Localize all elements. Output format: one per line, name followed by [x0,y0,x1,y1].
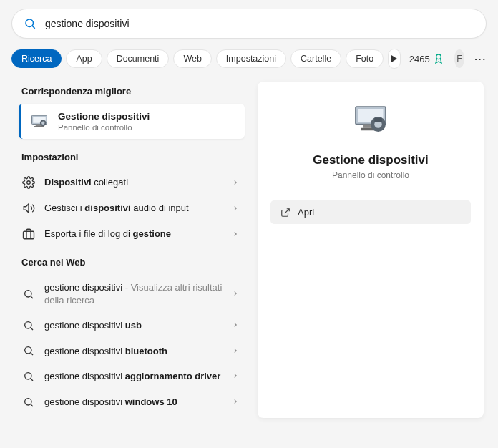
rewards-icon [433,53,444,64]
web-header: Cerca nel Web [21,257,242,268]
filter-chip-ricerca[interactable]: Ricerca [11,49,62,68]
svg-point-3 [436,54,441,59]
svg-line-30 [285,208,289,213]
svg-point-0 [26,19,34,27]
search-icon [21,371,36,382]
svg-line-22 [31,404,33,406]
svg-rect-12 [24,231,34,239]
svg-line-1 [32,26,34,28]
svg-marker-11 [24,204,29,213]
result-label: Gestisci i dispositivi audio di input [44,202,223,215]
svg-point-13 [25,290,31,296]
result-label: gestione dispositivi usb [44,319,223,332]
result-label: gestione dispositivi windows 10 [44,396,223,409]
chevron-right-icon [232,371,239,381]
search-icon [21,345,36,356]
filter-chip-cartelle[interactable]: Cartelle [290,49,341,68]
web-result-0[interactable]: gestione dispositivi - Visualizza altri … [19,275,245,313]
web-result-4[interactable]: gestione dispositivi windows 10 [19,389,245,415]
chevron-right-icon [232,288,239,299]
filter-chip-documenti[interactable]: Documenti [107,49,170,68]
svg-point-21 [25,398,31,404]
device-manager-icon [29,112,49,132]
user-avatar[interactable]: F [454,49,464,68]
search-icon [24,17,36,30]
filter-chip-app[interactable]: App [66,49,102,68]
svg-point-15 [25,322,31,328]
web-result-2[interactable]: gestione dispositivi bluetooth [19,339,245,364]
filter-chip-foto[interactable]: Foto [346,49,384,68]
briefcase-icon [21,228,36,240]
web-result-1[interactable]: gestione dispositivi usb [19,313,245,339]
svg-line-18 [31,353,33,355]
device-manager-large-icon [351,102,391,142]
result-label: gestione dispositivi aggiornamento drive… [44,370,223,383]
result-label: gestione dispositivi - Visualizza altri … [44,281,223,306]
svg-rect-29 [374,118,382,122]
search-icon [21,288,36,300]
svg-line-16 [31,328,33,330]
open-external-icon [280,208,290,218]
more-menu-button[interactable]: ··· [474,54,487,64]
best-match-subtitle: Pannello di controllo [58,123,150,132]
preview-subtitle: Pannello di controllo [270,170,471,180]
best-match-title: Gestione dispositivi [58,111,150,122]
settings-result-2[interactable]: Esporta i file di log di gestione [19,221,245,247]
chevron-right-icon [232,229,239,240]
svg-marker-2 [391,55,397,62]
settings-header: Impostazioni [21,152,242,162]
more-filters-button[interactable] [388,49,401,69]
settings-result-0[interactable]: Dispositivi collegati [19,170,245,195]
speaker-icon [21,202,36,215]
rewards-points[interactable]: 2465 [409,53,444,64]
search-input[interactable] [45,18,474,29]
preview-panel: Gestione dispositivi Pannello di control… [258,82,484,418]
svg-point-10 [27,181,31,185]
chevron-right-icon [232,396,239,407]
open-button[interactable]: Apri [270,200,471,224]
gear-icon [21,176,36,189]
search-icon [21,396,36,408]
best-match-item[interactable]: Gestione dispositivi Pannello di control… [19,104,245,139]
chevron-right-icon [232,320,239,331]
result-label: gestione dispositivi bluetooth [44,345,223,358]
web-result-3[interactable]: gestione dispositivi aggiornamento drive… [19,364,245,389]
chevron-right-icon [232,177,239,188]
svg-line-20 [31,379,33,381]
open-label: Apri [298,207,314,218]
preview-icon-wrap [270,102,471,142]
search-bar[interactable] [11,9,487,39]
result-label: Esporta i file di log di gestione [44,228,223,240]
svg-line-14 [31,296,33,298]
svg-rect-7 [34,126,44,127]
filter-chip-web[interactable]: Web [173,49,211,68]
result-label: Dispositivi collegati [44,176,223,189]
svg-point-9 [42,121,44,124]
svg-point-17 [25,347,31,354]
chevron-right-icon [232,203,239,214]
filter-row: RicercaAppDocumentiWebImpostazioniCartel… [11,49,487,69]
svg-point-19 [25,373,31,379]
preview-title: Gestione dispositivi [270,153,471,167]
chevron-right-icon [232,346,239,356]
best-match-header: Corrispondenza migliore [21,86,242,97]
filter-chip-impostazioni[interactable]: Impostazioni [216,49,286,68]
results-column: Corrispondenza migliore Gestione disposi… [19,82,245,418]
points-value: 2465 [409,54,430,64]
settings-result-1[interactable]: Gestisci i dispositivi audio di input [19,195,245,221]
search-icon [21,320,36,331]
